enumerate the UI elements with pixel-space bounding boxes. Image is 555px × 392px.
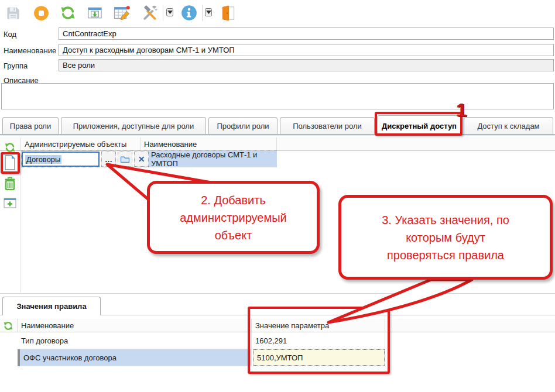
callout-specify-values: 3. Указать значения, по которым будут пр… bbox=[338, 195, 553, 280]
object-name-cell[interactable]: Расходные договоры СМТ-1 и УМТОП bbox=[148, 151, 277, 167]
tools-dropdown-button[interactable] bbox=[166, 8, 173, 16]
tab-warehouse-access[interactable]: Доступ к складам bbox=[464, 117, 553, 134]
refresh-values-button[interactable] bbox=[0, 319, 16, 332]
tab-role-users[interactable]: Пользователи роли bbox=[280, 117, 375, 134]
edit-table-button[interactable] bbox=[112, 2, 132, 23]
panel-divider[interactable] bbox=[0, 293, 555, 294]
trash-icon bbox=[4, 176, 16, 191]
clear-value-button[interactable]: ✕ bbox=[134, 152, 149, 167]
tab-discrete-access[interactable]: Дискретный доступ bbox=[377, 115, 461, 136]
rule-name-cell[interactable]: ОФС участников договора bbox=[20, 349, 252, 366]
refresh-button[interactable] bbox=[58, 2, 78, 23]
save-icon bbox=[5, 5, 21, 21]
chevron-down-icon bbox=[206, 11, 211, 14]
values-grid-header: Наименование Значение параметра bbox=[0, 319, 555, 332]
role-editor-window: Код Наименование Группа Описание Права р… bbox=[0, 0, 555, 392]
open-folder-button[interactable] bbox=[118, 152, 132, 167]
code-input[interactable] bbox=[59, 27, 554, 40]
parameter-value-editor[interactable]: 5100,УМТОП bbox=[253, 349, 385, 366]
tools-icon bbox=[141, 4, 159, 22]
folder-icon bbox=[120, 155, 130, 163]
refresh-icon bbox=[4, 142, 16, 153]
add-row-button[interactable] bbox=[1, 154, 19, 171]
rule-value-cell[interactable]: 1602,291 bbox=[252, 332, 385, 349]
column-header-admin-objects[interactable]: Администрируемые объекты bbox=[21, 137, 141, 150]
new-document-icon bbox=[4, 155, 16, 170]
code-label: Код bbox=[4, 28, 16, 40]
info-button[interactable] bbox=[179, 2, 199, 23]
column-header-parameter-value[interactable]: Значение параметра bbox=[252, 319, 385, 332]
info-dropdown-button[interactable] bbox=[205, 8, 212, 16]
info-icon bbox=[181, 5, 197, 21]
lookup-ellipsis-button[interactable]: … bbox=[101, 152, 116, 167]
import-table-button[interactable] bbox=[85, 2, 105, 23]
exit-door-icon bbox=[220, 5, 236, 21]
group-input[interactable] bbox=[59, 59, 554, 71]
tab-role-profiles[interactable]: Профили роли bbox=[208, 117, 278, 134]
edit-table-icon bbox=[113, 4, 131, 22]
step-number-label: 1 bbox=[456, 101, 467, 119]
column-header-name[interactable]: Наименование bbox=[141, 137, 277, 150]
exit-button[interactable] bbox=[218, 2, 238, 23]
refresh-icon bbox=[60, 5, 76, 21]
save-button[interactable] bbox=[3, 2, 23, 23]
objects-grid-header: Администрируемые объекты Наименование bbox=[0, 137, 555, 151]
chevron-down-icon bbox=[167, 11, 173, 14]
refresh-icon bbox=[3, 321, 13, 331]
delete-row-button[interactable] bbox=[1, 175, 19, 192]
tab-role-rights[interactable]: Права роли bbox=[2, 117, 59, 134]
object-editor-input[interactable]: Договоры bbox=[22, 152, 100, 167]
toolbar-separator bbox=[163, 5, 163, 21]
column-header-value-name[interactable]: Наименование bbox=[18, 319, 252, 332]
callout-add-object: 2. Добавить администрируемый объект bbox=[147, 181, 320, 254]
tab-role-apps[interactable]: Приложения, доступные для роли bbox=[61, 117, 206, 134]
stop-button[interactable] bbox=[31, 2, 51, 23]
toolbar-separator bbox=[202, 5, 203, 21]
import-table-icon bbox=[87, 5, 103, 21]
stop-icon bbox=[33, 5, 49, 21]
description-textarea[interactable] bbox=[1, 83, 554, 109]
group-label: Группа bbox=[4, 60, 28, 72]
name-label: Наименование bbox=[4, 44, 56, 57]
add-detail-button[interactable] bbox=[1, 194, 19, 212]
tab-rule-values[interactable]: Значения правила bbox=[2, 297, 101, 315]
name-input[interactable] bbox=[59, 44, 554, 56]
tools-button[interactable] bbox=[140, 2, 160, 23]
rule-name-cell[interactable]: Тип договора bbox=[18, 332, 252, 349]
table-plus-icon bbox=[3, 197, 17, 209]
